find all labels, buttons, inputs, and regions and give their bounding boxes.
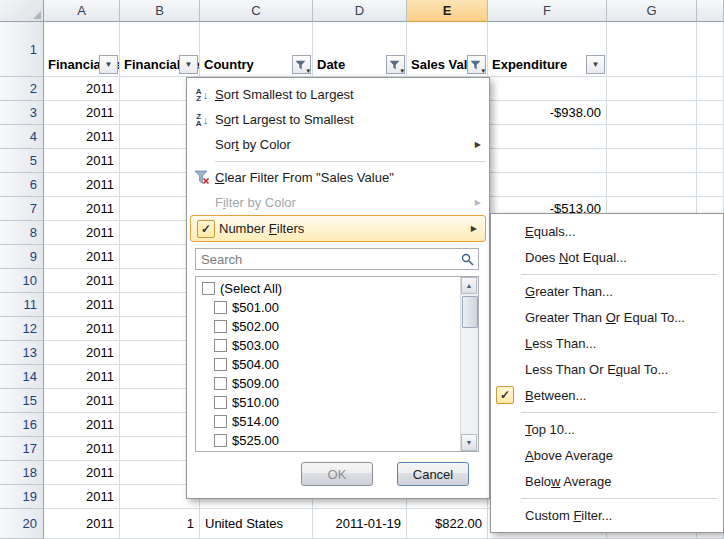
cell-A15[interactable]: 2011 xyxy=(44,389,120,413)
cell-A6[interactable]: 2011 xyxy=(44,173,120,197)
cell-A2[interactable]: 2011 xyxy=(44,77,120,101)
cell-F2[interactable] xyxy=(488,77,607,101)
row-header-5[interactable]: 5 xyxy=(0,149,44,173)
cell-A3[interactable]: 2011 xyxy=(44,101,120,125)
submenu-item-less-than-or-equal-to[interactable]: Less Than Or Equal To... xyxy=(491,356,723,382)
col-header-A[interactable]: A xyxy=(44,0,120,22)
cell-A8[interactable]: 2011 xyxy=(44,221,120,245)
value-list-scrollbar[interactable]: ▲ ▼ xyxy=(460,277,478,451)
cell-G4[interactable] xyxy=(607,125,697,149)
row-header-19[interactable]: 19 xyxy=(0,485,44,509)
row-header-3[interactable]: 3 xyxy=(0,101,44,125)
cell-D20[interactable]: 2011-01-19 xyxy=(313,509,407,539)
row-header-12[interactable]: 12 xyxy=(0,317,44,341)
cell-G5[interactable] xyxy=(607,149,697,173)
row-header-9[interactable]: 9 xyxy=(0,245,44,269)
submenu-item-does-not-equal[interactable]: Does Not Equal... xyxy=(491,244,723,270)
menu-item-clear-filter[interactable]: Clear Filter From "Sales Value" xyxy=(187,165,489,190)
filter-value-item[interactable]: $509.00 xyxy=(196,374,461,393)
cell-C20[interactable]: United States xyxy=(200,509,313,539)
cell-A9[interactable]: 2011 xyxy=(44,245,120,269)
row-header-2[interactable]: 2 xyxy=(0,77,44,101)
checkbox[interactable] xyxy=(214,415,227,428)
filter-button-D[interactable]: ▾ xyxy=(386,55,405,74)
cell-A18[interactable]: 2011 xyxy=(44,461,120,485)
filter-button-B[interactable]: ▼ xyxy=(179,55,198,74)
col-header-B[interactable]: B xyxy=(120,0,200,22)
filter-button-E[interactable]: ▾ xyxy=(467,55,486,74)
row-header-15[interactable]: 15 xyxy=(0,389,44,413)
cell-G6[interactable] xyxy=(607,173,697,197)
submenu-item-less-than[interactable]: Less Than... xyxy=(491,330,723,356)
scroll-thumb[interactable] xyxy=(462,296,478,328)
col-header-G[interactable]: G xyxy=(607,0,697,22)
header-cell-F[interactable]: Expenditure▼ xyxy=(488,22,607,77)
cell-A11[interactable]: 2011 xyxy=(44,293,120,317)
scroll-up-button[interactable]: ▲ xyxy=(461,277,477,294)
col-header-C[interactable]: C xyxy=(200,0,313,22)
menu-item-sort-largest-to-smallest[interactable]: ZA↓Sort Largest to Smallest xyxy=(187,107,489,132)
col-header-F[interactable]: F xyxy=(488,0,607,22)
cell-A12[interactable]: 2011 xyxy=(44,317,120,341)
row-header-14[interactable]: 14 xyxy=(0,365,44,389)
checkbox[interactable] xyxy=(214,358,227,371)
row-header-11[interactable]: 11 xyxy=(0,293,44,317)
submenu-item-custom-filter[interactable]: Custom Filter... xyxy=(491,502,723,528)
col-header-E[interactable]: E xyxy=(407,0,488,22)
filter-value-item[interactable]: $514.00 xyxy=(196,412,461,431)
row-header-7[interactable]: 7 xyxy=(0,197,44,221)
row-header-18[interactable]: 18 xyxy=(0,461,44,485)
cell-F5[interactable] xyxy=(488,149,607,173)
header-cell-E[interactable]: Sales Value▾ xyxy=(407,22,488,77)
header-cell-C[interactable]: Country▾ xyxy=(200,22,313,77)
header-cell-B[interactable]: Financial Period▼ xyxy=(120,22,200,77)
row-header-16[interactable]: 16 xyxy=(0,413,44,437)
filter-value-item[interactable]: $525.00 xyxy=(196,431,461,450)
checkbox[interactable] xyxy=(214,377,227,390)
row-header-1[interactable]: 1 xyxy=(0,22,44,77)
menu-item-number-filters[interactable]: ✓Number Filters▶ xyxy=(190,215,486,242)
ok-button[interactable]: OK xyxy=(301,462,373,486)
cell-A4[interactable]: 2011 xyxy=(44,125,120,149)
header-cell-D[interactable]: Date▾ xyxy=(313,22,407,77)
menu-item-filter-by-color[interactable]: Filter by Color▶ xyxy=(187,190,489,215)
scroll-down-button[interactable]: ▼ xyxy=(461,434,477,451)
cell-G3[interactable] xyxy=(607,101,697,125)
cell-B20[interactable]: 1 xyxy=(120,509,200,539)
cell-G2[interactable] xyxy=(607,77,697,101)
cell-A10[interactable]: 2011 xyxy=(44,269,120,293)
cell-F3[interactable]: -$938.00 xyxy=(488,101,607,125)
cell-A13[interactable]: 2011 xyxy=(44,341,120,365)
row-header-13[interactable]: 13 xyxy=(0,341,44,365)
filter-value-item[interactable]: $503.00 xyxy=(196,336,461,355)
row-header-8[interactable]: 8 xyxy=(0,221,44,245)
checkbox[interactable] xyxy=(214,396,227,409)
checkbox[interactable] xyxy=(214,320,227,333)
row-header-10[interactable]: 10 xyxy=(0,269,44,293)
header-cell-A[interactable]: Financial Year▼ xyxy=(44,22,120,77)
filter-value-item[interactable]: $510.00 xyxy=(196,393,461,412)
cell-A5[interactable]: 2011 xyxy=(44,149,120,173)
cell-F4[interactable] xyxy=(488,125,607,149)
cell-A20[interactable]: 2011 xyxy=(44,509,120,539)
cell-A19[interactable]: 2011 xyxy=(44,485,120,509)
submenu-item-below-average[interactable]: Below Average xyxy=(491,468,723,494)
filter-button-A[interactable]: ▼ xyxy=(99,55,118,74)
col-header-D[interactable]: D xyxy=(313,0,407,22)
filter-value-item[interactable]: $501.00 xyxy=(196,298,461,317)
cell-F6[interactable] xyxy=(488,173,607,197)
search-input[interactable] xyxy=(195,248,479,270)
cell-A16[interactable]: 2011 xyxy=(44,413,120,437)
filter-value-item[interactable]: $504.00 xyxy=(196,355,461,374)
cell-A14[interactable]: 2011 xyxy=(44,365,120,389)
cell-E20[interactable]: $822.00 xyxy=(407,509,488,539)
cell-A7[interactable]: 2011 xyxy=(44,197,120,221)
row-header-6[interactable]: 6 xyxy=(0,173,44,197)
select-all-corner[interactable] xyxy=(0,0,44,22)
checkbox[interactable] xyxy=(202,282,215,295)
menu-item-sort-smallest-to-largest[interactable]: AZ↓Sort Smallest to Largest xyxy=(187,82,489,107)
submenu-item-equals[interactable]: Equals... xyxy=(491,218,723,244)
cell-A17[interactable]: 2011 xyxy=(44,437,120,461)
header-cell-G[interactable] xyxy=(607,22,697,77)
submenu-item-greater-than[interactable]: Greater Than... xyxy=(491,278,723,304)
